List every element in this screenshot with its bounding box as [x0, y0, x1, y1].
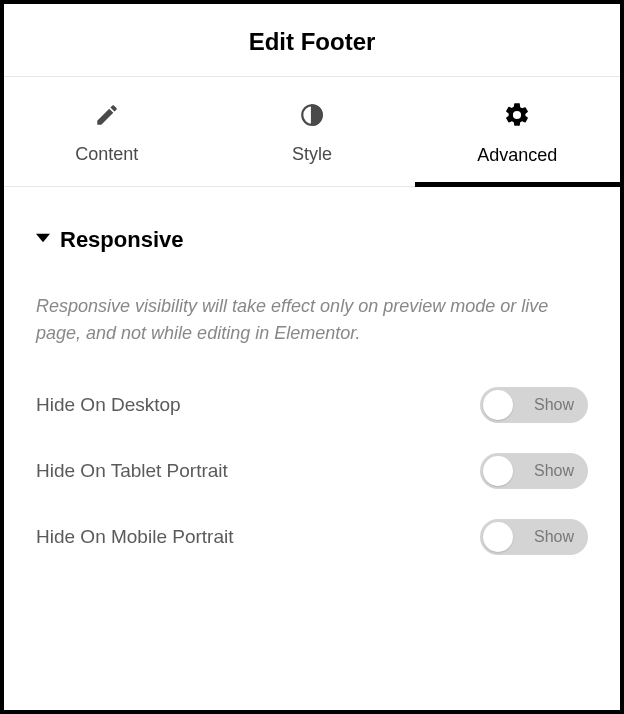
tab-advanced-label: Advanced — [477, 145, 557, 166]
edit-footer-panel: Edit Footer Content Style — [0, 0, 624, 714]
tab-content[interactable]: Content — [4, 77, 209, 186]
tab-advanced[interactable]: Advanced — [415, 77, 620, 186]
control-hide-desktop: Hide On Desktop Show — [36, 387, 588, 423]
control-hide-mobile: Hide On Mobile Portrait Show — [36, 519, 588, 555]
tab-content-label: Content — [75, 144, 138, 165]
toggle-state-label: Show — [534, 396, 574, 414]
contrast-icon — [299, 102, 325, 132]
panel-title: Edit Footer — [4, 28, 620, 56]
hide-mobile-toggle[interactable]: Show — [480, 519, 588, 555]
panel-content: Responsive Responsive visibility will ta… — [4, 187, 620, 585]
hide-desktop-toggle[interactable]: Show — [480, 387, 588, 423]
section-title: Responsive — [60, 227, 184, 253]
hide-tablet-toggle[interactable]: Show — [480, 453, 588, 489]
gear-icon — [503, 101, 531, 133]
toggle-knob — [483, 390, 513, 420]
caret-down-icon — [36, 231, 50, 249]
section-header-responsive[interactable]: Responsive — [36, 227, 588, 253]
control-hide-tablet: Hide On Tablet Portrait Show — [36, 453, 588, 489]
hide-tablet-label: Hide On Tablet Portrait — [36, 460, 228, 482]
hide-desktop-label: Hide On Desktop — [36, 394, 181, 416]
panel-header: Edit Footer — [4, 4, 620, 77]
tabs-container: Content Style Advanced — [4, 77, 620, 187]
toggle-state-label: Show — [534, 528, 574, 546]
toggle-knob — [483, 456, 513, 486]
pencil-icon — [94, 102, 120, 132]
toggle-knob — [483, 522, 513, 552]
section-description: Responsive visibility will take effect o… — [36, 293, 588, 347]
toggle-state-label: Show — [534, 462, 574, 480]
tab-style[interactable]: Style — [209, 77, 414, 186]
tab-style-label: Style — [292, 144, 332, 165]
hide-mobile-label: Hide On Mobile Portrait — [36, 526, 233, 548]
